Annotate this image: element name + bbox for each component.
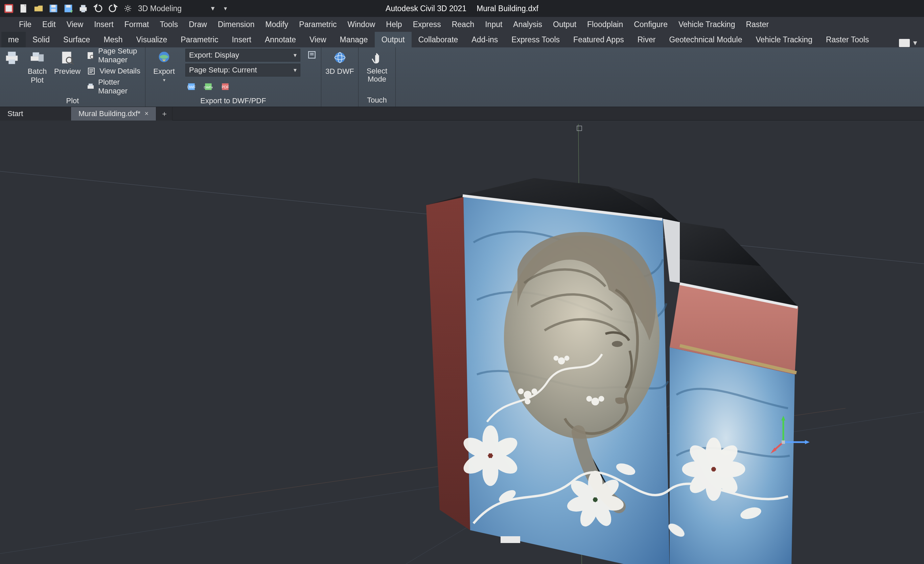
undo-icon[interactable] (92, 2, 105, 15)
ribbon-tab-annotate[interactable]: Annotate (258, 32, 303, 47)
menu-tools[interactable]: Tools (154, 17, 184, 32)
plot-icon[interactable] (76, 2, 90, 15)
menu-vehicle-tracking[interactable]: Vehicle Tracking (673, 17, 740, 32)
menu-format[interactable]: Format (119, 17, 154, 32)
menu-configure[interactable]: Configure (628, 17, 673, 32)
app-menu-icon[interactable] (2, 2, 15, 15)
ribbon-collapse-icon[interactable] (899, 39, 910, 47)
plus-icon: ＋ (160, 109, 168, 119)
batch-plot-button[interactable]: Batch Plot (24, 47, 51, 85)
ribbon-tab-vehicle-tracking[interactable]: Vehicle Tracking (749, 32, 819, 47)
3d-dwf-button[interactable]: 3D DWF (321, 47, 358, 76)
export-options (303, 47, 321, 63)
svg-point-93 (554, 356, 558, 360)
ribbon-tab-geotechnical[interactable]: Geotechnical Module (662, 32, 749, 47)
menu-express[interactable]: Express (408, 17, 447, 32)
menu-floodplain[interactable]: Floodplain (582, 17, 628, 32)
chevron-down-icon[interactable]: ▾ (913, 38, 917, 47)
ribbon-tab-manage[interactable]: Manage (333, 32, 375, 47)
menu-insert[interactable]: Insert (88, 17, 119, 32)
new-icon[interactable] (17, 2, 30, 15)
ribbon-tab-output[interactable]: Output (375, 32, 412, 47)
viewport-3d[interactable] (0, 120, 924, 564)
ribbon-tab-collaborate[interactable]: Collaborate (412, 32, 465, 47)
svg-point-94 (565, 356, 569, 360)
close-icon[interactable]: × (144, 110, 148, 117)
preview-label: Preview (54, 67, 81, 76)
menu-raster[interactable]: Raster (740, 17, 774, 32)
qat-more-icon[interactable]: ▾ (224, 5, 227, 12)
menu-file[interactable]: File (14, 17, 37, 32)
menu-output[interactable]: Output (548, 17, 582, 32)
preview-button[interactable]: Preview (51, 47, 84, 76)
select-mode-button[interactable]: SelectMode (358, 47, 395, 83)
doc-tab-add[interactable]: ＋ (156, 107, 172, 120)
mode-label: Mode (368, 75, 386, 83)
ribbon-tab-river[interactable]: River (631, 32, 663, 47)
svg-marker-104 (781, 416, 785, 420)
ribbon-tab-solid[interactable]: Solid (26, 32, 57, 47)
page-setup-manager-button[interactable]: Page Setup Manager (87, 50, 142, 62)
doc-tab-active[interactable]: Mural Building.dxf* × (71, 107, 156, 120)
doc-tab-start[interactable]: Start (0, 107, 71, 120)
menu-dimension[interactable]: Dimension (212, 17, 260, 32)
menu-window[interactable]: Window (342, 17, 381, 32)
quick-access-toolbar (2, 2, 120, 15)
export-dwf-icon[interactable]: DWF (185, 81, 198, 93)
ribbon-tab-insert[interactable]: Insert (225, 32, 258, 47)
ribbon-tab-parametric[interactable]: Parametric (174, 32, 225, 47)
ribbon-tab-surface[interactable]: Surface (57, 32, 97, 47)
page-setup-label: Page Setup Manager (98, 47, 142, 64)
menu-edit[interactable]: Edit (37, 17, 61, 32)
plot-button[interactable] (0, 47, 24, 66)
view-details-icon (87, 66, 96, 76)
ribbon-tab-featured-apps[interactable]: Featured Apps (567, 32, 631, 47)
menu-input[interactable]: Input (480, 17, 508, 32)
ribbon-tab-express-tools[interactable]: Express Tools (505, 32, 567, 47)
select-label: Select (367, 67, 387, 75)
svg-point-89 (519, 389, 523, 394)
svg-point-96 (587, 396, 591, 401)
svg-rect-5 (51, 5, 56, 8)
export-display-dropdown[interactable]: Export: Display ▾ (185, 49, 300, 62)
export-pdf-icon[interactable]: PDF (219, 81, 231, 93)
svg-point-97 (599, 396, 604, 401)
saveas-icon[interactable] (62, 2, 75, 15)
model-building[interactable] (419, 158, 798, 564)
plotter-manager-button[interactable]: Plotter Manager (87, 81, 142, 93)
ribbon-tab-mesh[interactable]: Mesh (97, 32, 129, 47)
ribbon-tab-me[interactable]: me (2, 32, 26, 47)
chevron-down-icon: ▼ (210, 5, 216, 12)
hand-icon (367, 50, 387, 66)
menu-reach[interactable]: Reach (447, 17, 480, 32)
ucs-gizmo[interactable] (770, 415, 810, 456)
panel-3ddwf-label (321, 94, 358, 107)
menu-parametric[interactable]: Parametric (294, 17, 342, 32)
svg-point-13 (126, 7, 129, 10)
workspace-switcher[interactable]: 3D Modeling ▼ ▾ (124, 2, 227, 15)
open-icon[interactable] (32, 2, 45, 15)
view-details-button[interactable]: View Details (87, 65, 142, 77)
app-title: Autodesk Civil 3D 2021 (386, 4, 466, 13)
ribbon-tab-visualize[interactable]: Visualize (129, 32, 174, 47)
ribbon-tab-raster-tools[interactable]: Raster Tools (819, 32, 876, 47)
svg-text:PDF: PDF (222, 85, 229, 89)
ribbon-tab-view[interactable]: View (303, 32, 333, 47)
svg-rect-8 (66, 5, 70, 8)
menu-view[interactable]: View (61, 17, 88, 32)
menu-analysis[interactable]: Analysis (508, 17, 548, 32)
export-button[interactable]: Export ▾ (146, 47, 183, 83)
menu-help[interactable]: Help (381, 17, 407, 32)
chevron-down-icon: ▾ (294, 66, 297, 74)
ribbon-tab-addins[interactable]: Add-ins (465, 32, 505, 47)
menu-modify[interactable]: Modify (260, 17, 294, 32)
save-icon[interactable] (46, 2, 60, 15)
menu-draw[interactable]: Draw (183, 17, 212, 32)
export-display-value: Export: Display (189, 51, 239, 60)
export-options-icon[interactable] (306, 49, 318, 61)
svg-marker-53 (663, 219, 680, 283)
export-dwfx-icon[interactable]: DWFx (202, 81, 214, 93)
svg-rect-19 (39, 54, 44, 61)
page-setup-dropdown[interactable]: Page Setup: Current ▾ (185, 64, 300, 77)
redo-icon[interactable] (106, 2, 120, 15)
